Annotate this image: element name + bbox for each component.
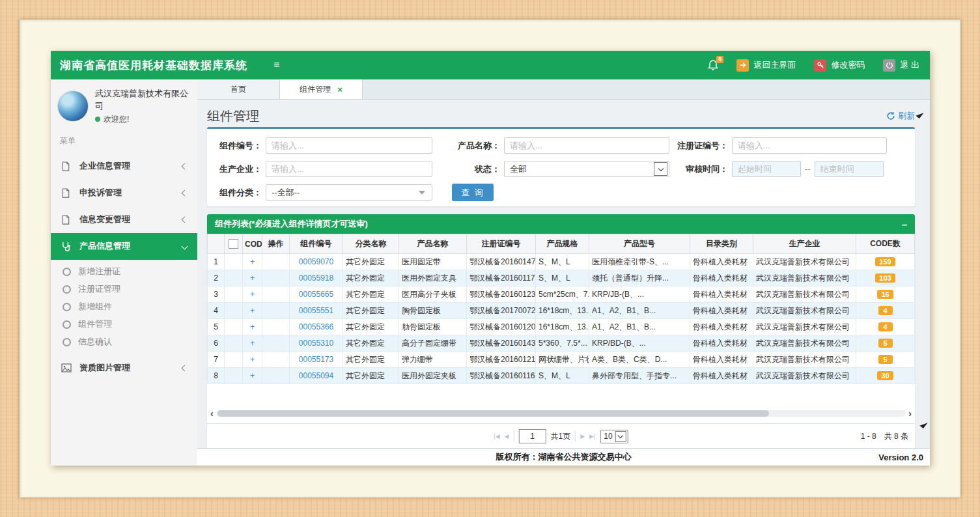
tab-home-label: 首页 (231, 84, 246, 95)
cell-num: 5 (208, 319, 225, 335)
component-no-link[interactable]: 00059070 (299, 257, 333, 266)
sidebar-subitem[interactable]: 信息确认 (51, 333, 197, 351)
cell-model: A1、A2、B1、B... (589, 319, 690, 335)
chevron-down-icon (615, 431, 626, 442)
status-select[interactable]: 全部 (504, 161, 669, 177)
page-size-select[interactable]: 10 (600, 430, 628, 443)
collapse-button[interactable]: – (902, 219, 907, 230)
footer: 版权所有：湖南省公共资源交易中心 Version 2.0 (197, 448, 930, 466)
expand-button[interactable]: + (250, 322, 255, 331)
component-no-link[interactable]: 00055310 (299, 339, 333, 348)
column-header-2: CODE (243, 234, 262, 254)
cell-num: 7 (208, 352, 225, 368)
logout-button[interactable]: 退 出 (883, 59, 919, 72)
notification-bell-icon[interactable]: 0 (708, 59, 718, 71)
component-no-link[interactable]: 00055551 (299, 306, 333, 315)
column-header-4: 组件编号 (290, 234, 343, 254)
page-title: 组件管理 (207, 107, 259, 125)
query-button[interactable]: 查 询 (452, 184, 494, 201)
sidebar-item-3[interactable]: 产品信息管理 (51, 233, 197, 260)
close-icon[interactable]: × (337, 85, 343, 94)
return-main-button[interactable]: 返回主界面 (736, 59, 796, 72)
pagination-bar: |◀ ◀ 共1页 ▶ ▶| 10 1 - 8 共 8 条 (207, 423, 915, 448)
code-count-badge: 103 (875, 273, 895, 283)
cell-op (262, 270, 290, 286)
manufacturer-input[interactable] (266, 161, 432, 177)
sidebar-item-0[interactable]: 企业信息管理 (51, 153, 197, 180)
reg-no-input[interactable] (732, 137, 887, 154)
component-no-link[interactable]: 00055366 (299, 322, 333, 331)
scrollbar-track[interactable] (216, 410, 906, 417)
select-all-checkbox[interactable] (229, 239, 238, 249)
expand-button[interactable]: + (250, 371, 255, 380)
scroll-right-arrow[interactable]: › (908, 409, 912, 418)
expand-button[interactable]: + (250, 273, 255, 283)
welcome-text: 欢迎您! (95, 114, 191, 125)
circle-icon (63, 268, 71, 276)
page-number-input[interactable] (518, 429, 546, 443)
tab-home[interactable]: 首页 (197, 79, 280, 99)
component-no-link[interactable]: 00055665 (299, 290, 333, 299)
next-page-button[interactable]: ▶ (580, 433, 585, 440)
scroll-left-arrow[interactable]: ‹ (210, 409, 214, 418)
component-no-link[interactable]: 00055094 (299, 371, 333, 380)
sidebar-subitem[interactable]: 注册证管理 (51, 281, 197, 298)
status-label: 状态： (432, 163, 504, 175)
expand-button[interactable]: + (250, 257, 255, 266)
cell-category: 其它外固定 (343, 254, 399, 270)
power-icon (883, 59, 895, 72)
column-header-3: 操作 (262, 234, 290, 254)
cell-expand: + (243, 352, 262, 368)
chevron-left-icon (182, 189, 188, 196)
category-select[interactable]: --全部-- (266, 184, 432, 201)
tab-component-management[interactable]: 组件管理 × (280, 79, 363, 99)
change-password-button[interactable]: 修改密码 (814, 59, 865, 72)
cell-category: 其它外固定 (343, 303, 399, 319)
expand-button[interactable]: + (250, 306, 255, 315)
scrollbar-thumb[interactable] (217, 410, 769, 417)
sidebar-item-2[interactable]: 信息变更管理 (51, 206, 197, 233)
cell-code_no: 00059070 (290, 254, 343, 270)
start-date-input[interactable] (732, 161, 801, 177)
sidebar-item-label: 信息变更管理 (79, 214, 130, 225)
code-count-badge: 5 (878, 355, 893, 364)
cell-num: 3 (208, 286, 225, 303)
component-no-link[interactable]: 00055173 (299, 355, 333, 364)
expand-button[interactable]: + (250, 339, 255, 348)
first-page-button[interactable]: |◀ (494, 433, 499, 440)
hamburger-icon[interactable]: ≡ (273, 59, 279, 71)
cell-reg_no: 鄂汉械备20160117 (467, 270, 536, 286)
column-header-9: 产品型号 (589, 234, 690, 254)
cell-manufacturer: 武汉克瑞普新技术有限公司 (753, 286, 856, 303)
cell-expand: + (243, 368, 262, 384)
expand-button[interactable]: + (250, 355, 255, 364)
refresh-label: 刷新 (898, 110, 915, 122)
product-name-input[interactable] (504, 137, 669, 154)
arrow-right-icon (736, 59, 749, 72)
cell-cb (225, 368, 243, 384)
cell-op (262, 352, 290, 368)
cell-cb (225, 270, 243, 286)
cell-code_count: 5 (856, 335, 915, 352)
sidebar-item-4[interactable]: 资质图片管理 (51, 355, 197, 382)
sidebar-subitem[interactable]: 组件管理 (51, 316, 197, 333)
refresh-link[interactable]: 刷新 (886, 110, 915, 122)
component-no-link[interactable]: 00055918 (299, 273, 333, 283)
cell-cb (225, 335, 243, 352)
sidebar-subitem-label: 新增组件 (78, 301, 112, 313)
sidebar-item-1[interactable]: 申投诉管理 (51, 180, 197, 206)
sidebar-subitem[interactable]: 新增组件 (51, 298, 197, 316)
table-row: 5+00055366其它外固定肋骨固定板鄂汉械备2016012016*18cm、… (208, 319, 915, 335)
sidebar-subitem[interactable]: 新增注册证 (51, 263, 197, 281)
cell-category: 其它外固定 (343, 335, 399, 352)
reg-no-label: 注册证编号： (669, 140, 732, 152)
cell-manufacturer: 武汉克瑞普新技术有限公司 (753, 368, 856, 384)
prev-page-button[interactable]: ◀ (505, 433, 509, 440)
component-no-input[interactable] (266, 137, 432, 154)
cell-manufacturer: 武汉克瑞普新技术有限公司 (753, 335, 856, 352)
cell-catalog: 骨科植入类耗材 (690, 270, 753, 286)
cell-product: 医用固定带 (399, 254, 467, 270)
expand-button[interactable]: + (250, 290, 255, 299)
end-date-input[interactable] (815, 161, 884, 177)
last-page-button[interactable]: ▶| (589, 433, 595, 440)
